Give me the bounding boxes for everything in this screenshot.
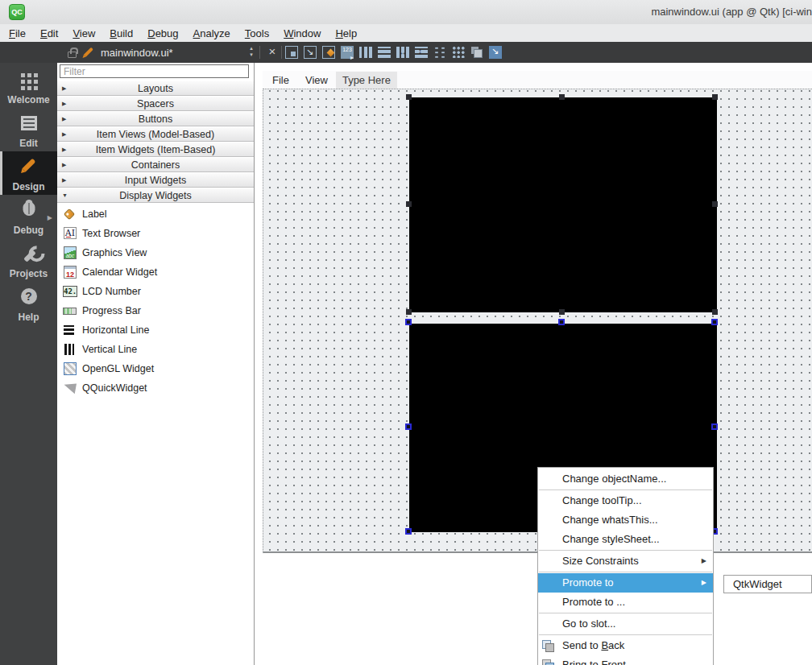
edit-document-icon — [21, 116, 37, 130]
sidebar-item-projects[interactable]: Projects — [0, 240, 57, 282]
break-layout-icon[interactable] — [470, 46, 483, 59]
display-widgets-list: Label AIText Browser abcGraphics View 12… — [57, 204, 254, 398]
debug-menu-arrow-icon[interactable]: ▶ — [48, 214, 52, 221]
widget-item-horizontal-line[interactable]: Horizontal Line — [57, 320, 254, 340]
document-spinner-icon[interactable]: ▴▾ — [246, 45, 256, 58]
toolbar-separator — [281, 46, 282, 59]
resize-handle[interactable] — [712, 309, 718, 315]
form-menubar: File View Type Here — [263, 71, 812, 89]
adjust-size-icon[interactable] — [489, 46, 502, 59]
collapsed-triangle-icon: ▶ — [62, 161, 66, 167]
send-to-back-icon — [542, 640, 554, 652]
resize-handle[interactable] — [559, 94, 565, 100]
form-menu-type-here[interactable]: Type Here — [336, 72, 397, 89]
sidebar-item-welcome[interactable]: Welcome — [0, 66, 57, 108]
splitter-vertical-icon[interactable] — [415, 47, 428, 58]
resize-handle-blue[interactable] — [405, 423, 412, 430]
menu-item-send-to-back[interactable]: Send to Back — [538, 636, 713, 655]
sidebar-item-design[interactable]: Design — [0, 151, 57, 195]
menu-build[interactable]: Build — [102, 27, 140, 39]
opengl-icon — [63, 361, 77, 376]
projects-wrench-icon — [23, 250, 36, 262]
graphics-view-icon: abc — [63, 246, 77, 260]
menu-edit[interactable]: Edit — [33, 27, 65, 39]
promote-to-submenu: QtkWidget — [723, 575, 812, 593]
open-document-name[interactable]: mainwindow.ui* — [101, 47, 173, 59]
menu-item-go-to-slot[interactable]: Go to slot... — [538, 614, 713, 634]
menu-item-change-objectname[interactable]: Change objectName... — [538, 469, 713, 489]
progress-bar-icon — [63, 304, 77, 318]
category-item-widgets[interactable]: ▶Item Widgets (Item-Based) — [57, 142, 254, 157]
form-menu-file[interactable]: File — [264, 74, 297, 86]
layout-form-icon[interactable] — [433, 46, 446, 58]
edit-tab-order-icon[interactable]: 123 — [341, 46, 354, 59]
resize-handle[interactable] — [406, 201, 412, 207]
edit-buddies-icon[interactable] — [322, 46, 335, 59]
layout-grid-icon[interactable] — [452, 46, 465, 58]
widget-box-panel: ▶Layouts ▶Spacers ▶Buttons ▶Item Views (… — [57, 63, 255, 665]
widget-item-calendar[interactable]: 12Calendar Widget — [57, 262, 254, 282]
calendar-icon: 12 — [63, 265, 77, 279]
widget-item-lcd-number[interactable]: 42.LCD Number — [57, 282, 254, 301]
resize-handle[interactable] — [406, 309, 412, 315]
category-containers[interactable]: ▶Containers — [57, 158, 254, 172]
submenu-arrow-icon: ▶ — [702, 551, 706, 571]
menu-help[interactable]: Help — [328, 27, 364, 39]
layout-horizontally-icon[interactable] — [359, 47, 372, 58]
widget-item-qquickwidget[interactable]: QQuickWidget — [57, 378, 254, 398]
menu-item-promote-to[interactable]: Promote to▶ — [538, 573, 713, 593]
paper-plane-icon — [63, 381, 77, 395]
resize-handle-blue[interactable] — [405, 528, 412, 535]
resize-handle-blue[interactable] — [405, 319, 412, 325]
filter-input[interactable] — [60, 64, 249, 78]
form-menu-view[interactable]: View — [297, 74, 336, 86]
menu-item-change-whatsthis[interactable]: Change whatsThis... — [538, 510, 713, 530]
category-layouts[interactable]: ▶Layouts — [57, 81, 254, 96]
edit-signals-slots-icon[interactable] — [304, 46, 317, 59]
menu-view[interactable]: View — [65, 27, 102, 39]
horizontal-line-icon — [63, 323, 77, 337]
widget-item-vertical-line[interactable]: Vertical Line — [57, 340, 254, 359]
menu-debug[interactable]: Debug — [140, 27, 185, 39]
close-document-icon[interactable]: × — [266, 44, 279, 58]
widget-item-graphics-view[interactable]: abcGraphics View — [57, 243, 254, 262]
document-toolbar: mainwindow.ui* ▴▾ × 123 — [0, 42, 812, 63]
sidebar-item-help[interactable]: ? Help — [0, 283, 57, 325]
toolbar-separator — [259, 46, 260, 59]
layout-vertically-icon[interactable] — [378, 47, 391, 58]
category-buttons[interactable]: ▶Buttons — [57, 112, 254, 126]
resize-handle-blue[interactable] — [711, 319, 718, 325]
menu-item-size-constraints[interactable]: Size Constraints▶ — [538, 551, 713, 571]
category-spacers[interactable]: ▶Spacers — [57, 97, 254, 111]
resize-handle[interactable] — [559, 309, 565, 315]
collapsed-triangle-icon: ▶ — [62, 85, 66, 91]
resize-handle-blue[interactable] — [558, 319, 565, 325]
submenu-item-qtkwidget[interactable]: QtkWidget — [733, 578, 782, 590]
widget-item-opengl[interactable]: OpenGL Widget — [57, 359, 254, 378]
menu-tools[interactable]: Tools — [238, 27, 276, 39]
menu-analyze[interactable]: Analyze — [186, 27, 238, 39]
resize-handle-blue[interactable] — [711, 423, 718, 430]
resize-handle[interactable] — [712, 201, 718, 207]
edit-widgets-icon[interactable] — [285, 46, 298, 59]
category-display-widgets[interactable]: ▼Display Widgets — [57, 188, 254, 203]
menu-file[interactable]: File — [2, 27, 33, 39]
debug-bug-icon — [23, 202, 35, 216]
widget-item-text-browser[interactable]: AIText Browser — [57, 224, 254, 243]
menu-item-bring-to-front[interactable]: Bring to Front — [538, 655, 713, 665]
edit-pencil-icon — [84, 47, 93, 56]
sidebar-item-edit[interactable]: Edit — [0, 109, 57, 151]
menu-item-promote-to-dialog[interactable]: Promote to ... — [538, 593, 713, 612]
resize-handle[interactable] — [712, 94, 718, 100]
menu-window[interactable]: Window — [276, 27, 328, 39]
widget-item-progress-bar[interactable]: Progress Bar — [57, 301, 254, 320]
menu-item-change-tooltip[interactable]: Change toolTip... — [538, 491, 713, 510]
resize-handle[interactable] — [406, 94, 412, 100]
widget-item-label[interactable]: Label — [57, 204, 254, 224]
sidebar-item-debug[interactable]: ▶ Debug — [0, 196, 57, 238]
category-input-widgets[interactable]: ▶Input Widgets — [57, 173, 254, 188]
menu-item-change-stylesheet[interactable]: Change styleSheet... — [538, 530, 713, 549]
splitter-horizontal-icon[interactable] — [396, 47, 409, 58]
category-item-views[interactable]: ▶Item Views (Model-Based) — [57, 127, 254, 142]
black-widget-1[interactable] — [409, 97, 717, 312]
